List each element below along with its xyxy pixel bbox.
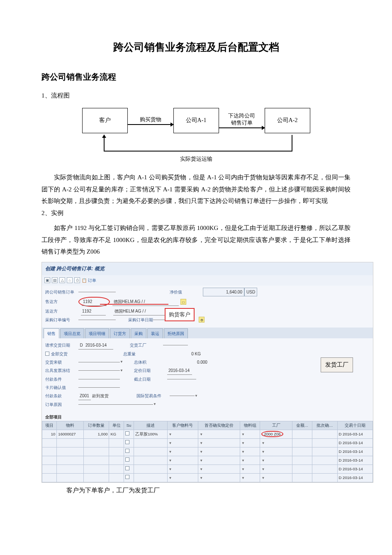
row-checkbox[interactable] (125, 449, 129, 453)
checkbox-full-delivery[interactable] (45, 352, 49, 356)
row-checkbox[interactable] (125, 466, 129, 470)
col-material[interactable]: 物料 (57, 421, 84, 430)
label-soldto: 售达方 (45, 298, 78, 306)
col-amount[interactable]: 金额… (292, 421, 312, 430)
row-checkbox[interactable] (125, 475, 129, 479)
document-title: 跨公司销售业务流程及后台配置文档 (41, 37, 351, 57)
label-deliv-block: 交货来锁 (45, 358, 78, 366)
table-row[interactable]: ▼▼▼ ▼D 2016-03-14 (42, 473, 373, 482)
paragraph-example: 如客户 1192 与化工签订购销合同，需要乙草胺原药 1000KG，但是化工由于… (41, 222, 351, 258)
sap-detail-pane: 请求交货日期 D 2016-03-14 交货工厂 全部交货 总重量 0 KG 交… (42, 338, 373, 411)
field-deliv-block[interactable] (78, 362, 120, 362)
toolbar-icon[interactable]: ▤ (52, 277, 58, 283)
toolbar-icon[interactable]: ⌂ (67, 277, 73, 283)
sap-header-form: 跨公司销售订单 净价值 1,640.00 USD 售达方 1192 德国HELM… (42, 286, 373, 326)
tab-item-overview[interactable]: 项目总览 (60, 328, 84, 338)
table-row[interactable]: 10160000271,000KG乙草胺100%▼▼▼2000 Z06D 201… (42, 430, 373, 438)
grid-title: 全部项目 (45, 415, 62, 419)
toolbar-icon[interactable]: △ (59, 277, 65, 283)
diagram-arrow-1: 购买货物 (128, 116, 173, 125)
col-uom[interactable]: 单位 (109, 421, 124, 430)
tab-shipping[interactable]: 装运 (147, 328, 163, 338)
diagram-box-company-a1: 公司A-1 (173, 108, 219, 133)
label-payment-terms: 付款条件 (45, 375, 78, 383)
subheading-example: 2、实例 (41, 207, 351, 219)
table-row[interactable]: ▼▼▼ ▼D 2016-03-14 (42, 438, 373, 447)
search-help-icon[interactable]: □ (180, 299, 186, 305)
label-trade-terms: 国际贸易条件 (136, 392, 170, 400)
diagram-arrow-2: 下达跨公司 销售订单 (219, 112, 265, 128)
field-shipto[interactable]: 1192 (81, 307, 106, 315)
col-pricing[interactable]: 首否确实物定价 (198, 421, 240, 430)
label-total-weight: 总重量 (123, 350, 156, 358)
table-row[interactable]: ▼▼▼ ▼D 2016-03-14 (42, 447, 373, 456)
label-po-date: 采购订单日期 (128, 316, 153, 324)
field-volume: 0.000 (167, 358, 209, 366)
row-checkbox[interactable] (125, 440, 129, 444)
diagram-box-company-a2: 公司A-2 (265, 108, 310, 133)
sap-tabstrip: 销售 项目总览 项目明细 订货方 采购 装运 拒绝原因 (42, 328, 373, 338)
col-qty[interactable]: 订单数量 (83, 421, 109, 430)
tab-reject-reason[interactable]: 拒绝原因 (164, 328, 188, 338)
tab-item-detail[interactable]: 项目明细 (85, 328, 109, 338)
toolbar-icon[interactable]: ▣ (44, 277, 50, 283)
label-deliv-plant: 交货工厂 (130, 341, 163, 349)
label-pricing-date: 定价日期 (134, 367, 167, 374)
config-icon[interactable]: ⚙ (199, 317, 205, 323)
field-end-date[interactable] (167, 379, 196, 379)
field-date-type[interactable]: D (78, 341, 84, 350)
label-order: 跨公司销售订单 (45, 288, 78, 296)
field-billing-block[interactable] (78, 370, 120, 371)
label-shipto: 送达方 (45, 307, 78, 315)
diagram-return-label: 实际货运运输 (41, 154, 351, 164)
field-currency: USD (244, 288, 257, 296)
field-payment-terms[interactable] (78, 379, 120, 379)
sap-order-button[interactable]: 📋 订单 (82, 276, 96, 284)
field-soldto[interactable]: 1192 (78, 297, 110, 307)
col-su[interactable]: Su (124, 421, 134, 430)
tab-sales[interactable]: 销售 (44, 328, 59, 338)
col-item[interactable]: 项目 (42, 421, 57, 430)
col-batch[interactable]: 批次确… (312, 421, 337, 430)
field-order-reason[interactable] (78, 404, 153, 405)
annotation-buyer: 购货客户 (165, 308, 195, 322)
sap-window-title: 创建 跨公司销售订单: 概览 (42, 262, 373, 275)
label-volume: 总体积 (134, 358, 167, 366)
col-plant[interactable]: 工厂 (260, 421, 292, 430)
col-matgrp[interactable]: 物料组 (240, 421, 260, 430)
caption-below-screenshot: 客户为下单客户，工厂为发货工厂 (66, 484, 351, 496)
table-row[interactable]: ▼▼▼ ▼D 2016-03-14 (42, 456, 373, 465)
row-checkbox[interactable] (125, 431, 129, 435)
diagram-box-customer: 客户 (82, 108, 128, 133)
tab-ordering-party[interactable]: 订货方 (110, 328, 130, 338)
field-card-confirm[interactable] (78, 387, 120, 388)
table-row[interactable]: ▼▼▼ ▼D 2016-03-14 (42, 465, 373, 473)
field-total-weight: 0 KG (156, 350, 202, 358)
field-po-number[interactable] (78, 320, 116, 320)
grid-header-row: 项目 物料 订单数量 单位 Su 描述 客户物料号 首否确实物定价 物料组 工厂… (42, 421, 373, 430)
label-req-deliv-date: 请求交货日期 (45, 341, 78, 349)
col-desc[interactable]: 描述 (134, 421, 167, 430)
field-soldto-name: 德国HELM AG / / (112, 298, 179, 306)
label-incoterms: 付款条款 (45, 392, 78, 400)
label-full-delivery: 全部交货 (51, 350, 68, 358)
label-end-date: 截止日期 (134, 375, 167, 383)
sap-toolbar: ▣ ▤ △ ⌂ ⎙ 📋 订单 (42, 275, 373, 286)
row-checkbox[interactable] (125, 457, 129, 462)
field-incoterm-text: 款到发货 (91, 392, 116, 400)
col-date[interactable]: 交易十日期 (337, 421, 373, 430)
field-deliv-plant[interactable] (163, 345, 188, 345)
toolbar-icon[interactable]: ⎙ (74, 277, 80, 283)
field-pricing-date[interactable]: 2016-03-14 (167, 367, 192, 375)
label-po-number: 采购订单编号 (45, 316, 78, 324)
paragraph-explanation: 实际货物流向如上图，客户向 A-1 公司购买货物，但是 A-1 公司内由于货物短… (41, 171, 351, 207)
tab-procurement[interactable]: 采购 (131, 328, 146, 338)
field-req-date[interactable]: 2016-03-14 (84, 341, 113, 350)
col-custmat[interactable]: 客户物料号 (167, 421, 198, 430)
field-trade-terms[interactable] (170, 396, 195, 396)
field-net-value: 1,640.00 (203, 288, 244, 296)
field-order-number[interactable] (78, 292, 116, 292)
label-order-reason: 订单原因 (45, 401, 78, 408)
field-incoterm-code[interactable]: Z001 (78, 392, 91, 400)
diagram-return-arrow (104, 135, 292, 152)
